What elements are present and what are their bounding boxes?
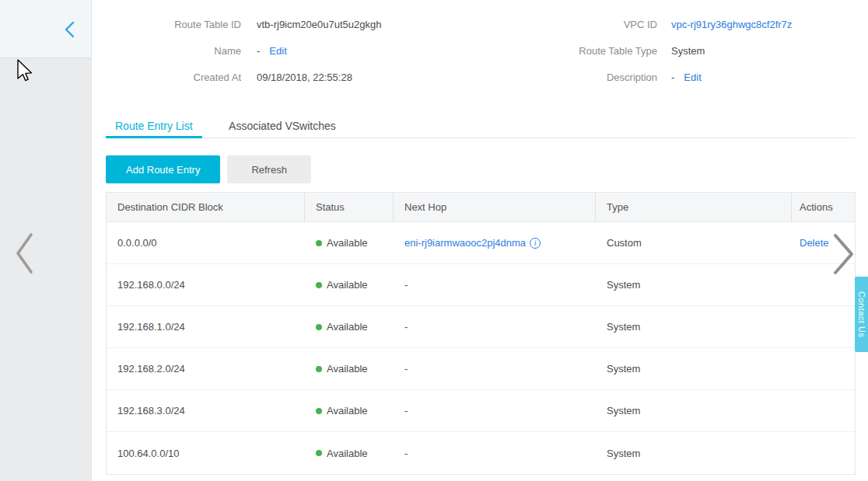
type-cell: System: [596, 348, 792, 389]
type-cell: System: [596, 390, 792, 431]
status-cell: Available: [305, 264, 394, 305]
status-text: Available: [327, 363, 368, 375]
next-hop-link[interactable]: eni-rj9iarmwaooc2pj4dnma: [404, 237, 526, 249]
column-header-type: Type: [596, 193, 792, 221]
next-hop-link: -: [404, 448, 408, 459]
actions-cell: [792, 306, 855, 347]
table-header: Destination CIDR Block Status Next Hop T…: [107, 193, 855, 222]
cidr-cell: 192.168.1.0/24: [107, 306, 305, 347]
tab-route-entry-list[interactable]: Route Entry List: [106, 116, 202, 138]
status-text: Available: [327, 279, 368, 291]
edit-description-link[interactable]: Edit: [684, 71, 701, 83]
delete-link[interactable]: Delete: [800, 237, 829, 249]
route-table-detail-page: Route Table ID vtb-rj9icm20e0u7ut5u2gkgh…: [0, 0, 868, 481]
status-dot-icon: [316, 240, 322, 246]
created-at-value: 09/18/2018, 22:55:28: [257, 71, 352, 83]
info-left-column: Route Table ID vtb-rj9icm20e0u7ut5u2gkgh…: [106, 11, 558, 90]
contact-us-tab[interactable]: Contact Us: [855, 277, 868, 352]
type-cell: System: [596, 306, 792, 347]
field-label: Route Table ID: [106, 19, 241, 30]
route-table-id-value: vtb-rj9icm20e0u7ut5u2gkgh: [257, 19, 381, 30]
sidebar-header: [0, 0, 91, 58]
name-value: -: [257, 45, 260, 57]
status-dot-icon: [316, 366, 322, 372]
edit-name-link[interactable]: Edit: [269, 45, 286, 57]
info-icon[interactable]: i: [530, 238, 541, 249]
field-label: Created At: [106, 71, 241, 83]
next-hop-cell: - i: [394, 306, 596, 347]
status-dot-icon: [316, 408, 322, 414]
next-hop-link: -: [404, 279, 408, 291]
column-header-next-hop: Next Hop: [394, 193, 596, 221]
status-text: Available: [327, 321, 368, 333]
field-label: VPC ID: [558, 19, 657, 30]
status-cell: Available: [305, 306, 394, 347]
column-header-status: Status: [305, 193, 394, 221]
sidebar: [0, 0, 92, 481]
table-row: 192.168.2.0/24 Available - i System: [107, 348, 855, 390]
type-cell: System: [596, 432, 792, 474]
status-cell: Available: [305, 390, 394, 431]
next-hop-link: -: [404, 321, 408, 333]
next-hop-cell: - i: [394, 390, 596, 431]
status-text: Available: [327, 405, 368, 417]
field-description: Description - Edit: [558, 64, 856, 90]
table-row: 100.64.0.0/10 Available - i System: [107, 432, 855, 474]
status-cell: Available: [305, 348, 394, 389]
toolbar: Add Route Entry Refresh: [106, 155, 856, 183]
vpc-id-link[interactable]: vpc-rj91ry36ghwgc8cf2fr7z: [671, 19, 792, 30]
tab-associated-vswitches[interactable]: Associated VSwitches: [219, 116, 345, 138]
column-header-actions: Actions: [792, 193, 855, 221]
table-body: 0.0.0.0/0 Available eni-rj9iarmwaooc2pj4…: [107, 222, 855, 474]
status-cell: Available: [305, 222, 394, 263]
status-cell: Available: [305, 432, 394, 474]
table-row: 192.168.0.0/24 Available - i System: [107, 264, 855, 306]
mouse-cursor: [16, 59, 35, 84]
field-created-at: Created At 09/18/2018, 22:55:28: [106, 64, 558, 90]
route-table-type-value: System: [671, 45, 705, 57]
next-hop-cell: - i: [394, 348, 596, 389]
refresh-button[interactable]: Refresh: [227, 155, 311, 183]
status-dot-icon: [316, 324, 322, 330]
cidr-cell: 192.168.2.0/24: [107, 348, 305, 389]
cidr-cell: 192.168.0.0/24: [107, 264, 305, 305]
status-dot-icon: [316, 450, 322, 456]
next-hop-cell: - i: [394, 432, 596, 474]
status-text: Available: [327, 237, 368, 249]
field-label: Name: [106, 45, 241, 57]
cidr-cell: 0.0.0.0/0: [107, 222, 305, 263]
next-hop-cell: eni-rj9iarmwaooc2pj4dnma i: [394, 222, 596, 263]
main-content: Route Table ID vtb-rj9icm20e0u7ut5u2gkgh…: [92, 0, 868, 481]
expand-panel-icon[interactable]: [831, 232, 856, 276]
field-label: Description: [558, 71, 657, 83]
table-row: 192.168.1.0/24 Available - i System: [107, 306, 855, 348]
field-route-table-id: Route Table ID vtb-rj9icm20e0u7ut5u2gkgh: [106, 11, 558, 37]
column-header-destination-cidr: Destination CIDR Block: [107, 193, 305, 221]
field-label: Route Table Type: [558, 45, 657, 57]
table-row: 192.168.3.0/24 Available - i System: [107, 390, 855, 432]
field-route-table-type: Route Table Type System: [558, 37, 856, 64]
type-cell: Custom: [596, 222, 792, 263]
next-hop-link: -: [404, 405, 408, 417]
status-dot-icon: [316, 282, 322, 288]
back-icon[interactable]: [64, 21, 75, 38]
route-table-info: Route Table ID vtb-rj9icm20e0u7ut5u2gkgh…: [106, 11, 856, 90]
collapse-panel-icon[interactable]: [14, 232, 34, 275]
info-right-column: VPC ID vpc-rj91ry36ghwgc8cf2fr7z Route T…: [558, 11, 856, 90]
tab-bar: Route Entry List Associated VSwitches: [106, 116, 856, 138]
cidr-cell: 100.64.0.0/10: [107, 432, 305, 474]
actions-cell: [792, 348, 855, 389]
next-hop-cell: - i: [394, 264, 596, 305]
field-name: Name - Edit: [106, 37, 558, 64]
description-value: -: [671, 71, 674, 83]
field-vpc-id: VPC ID vpc-rj91ry36ghwgc8cf2fr7z: [558, 11, 856, 37]
table-row: 0.0.0.0/0 Available eni-rj9iarmwaooc2pj4…: [107, 222, 855, 264]
actions-cell: [792, 390, 855, 431]
status-text: Available: [327, 448, 368, 459]
actions-cell: [792, 432, 855, 474]
add-route-entry-button[interactable]: Add Route Entry: [106, 155, 220, 183]
cidr-cell: 192.168.3.0/24: [107, 390, 305, 431]
type-cell: System: [596, 264, 792, 305]
route-entry-table: Destination CIDR Block Status Next Hop T…: [106, 192, 856, 475]
next-hop-link: -: [404, 363, 408, 375]
